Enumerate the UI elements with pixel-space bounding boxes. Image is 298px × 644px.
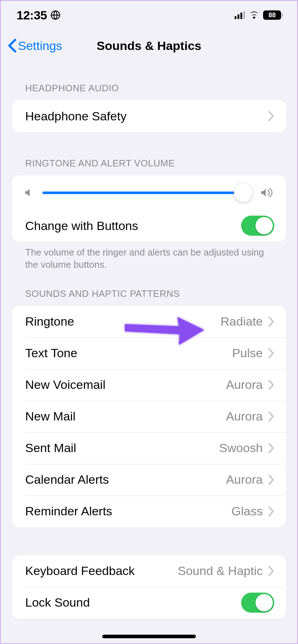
section-header-patterns: SOUNDS AND HAPTIC PATTERNS	[12, 288, 286, 306]
battery-icon: 88	[263, 10, 283, 20]
chevron-right-icon	[268, 475, 274, 485]
chevron-right-icon	[268, 380, 274, 390]
status-right: 88	[235, 10, 283, 20]
speaker-quiet-icon	[24, 187, 35, 198]
cellular-signal-icon	[235, 11, 245, 19]
chevron-right-icon	[268, 566, 274, 576]
row-value: Radiate	[221, 314, 263, 328]
section-header-volume: RINGTONE AND ALERT VOLUME	[12, 158, 286, 175]
chevron-left-icon	[8, 38, 17, 53]
chevron-right-icon	[268, 411, 274, 422]
row-label: New Mail	[25, 409, 226, 423]
chevron-right-icon	[268, 506, 274, 516]
speaker-loud-icon	[260, 187, 274, 198]
chevron-right-icon	[268, 348, 274, 358]
change-with-buttons-row: Change with Buttons	[12, 210, 286, 242]
section-footer-volume: The volume of the ringer and alerts can …	[12, 242, 286, 271]
slider-thumb[interactable]	[234, 183, 253, 202]
section-header-headphone: HEADPHONE AUDIO	[12, 83, 286, 100]
keyboard-feedback-row[interactable]: Keyboard Feedback Sound & Haptic	[12, 555, 286, 587]
back-button[interactable]: Settings	[8, 38, 62, 53]
reminder-alerts-row[interactable]: Reminder Alerts Glass	[12, 496, 286, 527]
row-label: Lock Sound	[25, 595, 241, 610]
calendar-alerts-row[interactable]: Calendar Alerts Aurora	[12, 464, 286, 496]
new-mail-row[interactable]: New Mail Aurora	[12, 401, 286, 432]
volume-card: Change with Buttons	[12, 175, 286, 242]
status-time: 12:35	[17, 8, 47, 22]
row-value: Aurora	[226, 473, 263, 487]
row-value: Pulse	[232, 346, 263, 360]
sent-mail-row[interactable]: Sent Mail Swoosh	[12, 432, 286, 464]
row-value: Glass	[231, 504, 263, 518]
volume-slider[interactable]	[42, 192, 252, 194]
row-label: Text Tone	[25, 346, 232, 360]
new-voicemail-row[interactable]: New Voicemail Aurora	[12, 369, 286, 401]
wifi-icon	[249, 11, 259, 19]
patterns-card: Ringtone Radiate Text Tone Pulse New Voi…	[12, 306, 286, 527]
ringtone-row[interactable]: Ringtone Radiate	[12, 306, 286, 337]
back-label: Settings	[18, 39, 62, 53]
headphone-card: Headphone Safety	[12, 100, 286, 132]
chevron-right-icon	[268, 443, 274, 453]
row-label: Ringtone	[25, 314, 221, 328]
status-left: 12:35	[17, 8, 60, 22]
row-label: Headphone Safety	[25, 109, 268, 123]
row-value: Aurora	[226, 378, 263, 392]
navigation-bar: Settings Sounds & Haptics	[1, 29, 297, 62]
headphone-safety-row[interactable]: Headphone Safety	[12, 100, 286, 132]
volume-slider-row	[12, 175, 286, 210]
row-label: Reminder Alerts	[25, 504, 231, 518]
row-label: Sent Mail	[25, 441, 219, 455]
row-label: Keyboard Feedback	[25, 564, 178, 578]
other-card: Keyboard Feedback Sound & Haptic Lock So…	[12, 555, 286, 618]
home-indicator[interactable]	[102, 635, 196, 638]
chevron-right-icon	[268, 111, 274, 121]
change-with-buttons-toggle[interactable]	[241, 216, 274, 236]
lock-sound-toggle[interactable]	[241, 593, 274, 613]
status-bar: 12:35 88	[1, 1, 297, 29]
row-label: Change with Buttons	[25, 219, 241, 233]
chevron-right-icon	[268, 317, 274, 327]
row-label: New Voicemail	[25, 378, 226, 392]
row-value: Aurora	[226, 409, 263, 423]
row-value: Swoosh	[219, 441, 263, 455]
globe-icon	[50, 10, 60, 20]
row-label: Calendar Alerts	[25, 473, 226, 487]
text-tone-row[interactable]: Text Tone Pulse	[12, 337, 286, 369]
row-value: Sound & Haptic	[178, 564, 263, 578]
lock-sound-row: Lock Sound	[12, 587, 286, 618]
